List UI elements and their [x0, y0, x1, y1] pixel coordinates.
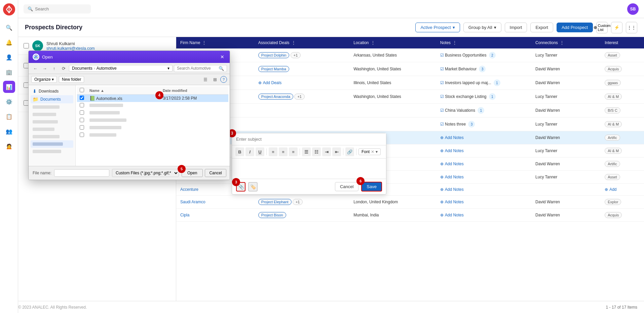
interest-tag[interactable]: Acquis	[605, 212, 622, 218]
firm-link[interactable]: Saudi Aramco	[180, 200, 205, 204]
file-type-select[interactable]: Custom Files (*.jpg;*.png;*.gif;*	[112, 169, 179, 177]
firm-link[interactable]: Cipla	[180, 213, 189, 217]
forward-button[interactable]: →	[41, 64, 49, 72]
global-search-input[interactable]	[35, 6, 85, 11]
file-checkbox[interactable]	[80, 118, 84, 122]
add-notes-btn[interactable]: ⊕ Add Notes	[440, 175, 527, 179]
interest-tag[interactable]: AI & M	[605, 148, 622, 154]
interest-tag[interactable]: Asset	[605, 52, 620, 58]
outdent-button[interactable]: ⇤	[332, 147, 341, 156]
dialog-search-box[interactable]: 🔍	[174, 65, 227, 72]
sidebar-item-downloads[interactable]: ⬇ Downloads	[31, 87, 73, 95]
align-center-button[interactable]: ≡	[279, 147, 288, 156]
col-date-header[interactable]: Date modified	[160, 86, 228, 95]
dialog-path-bar[interactable]: Documents › Automotive ▾	[69, 65, 173, 72]
sidebar-item-users[interactable]: 👥	[3, 125, 15, 137]
chevron-down-icon[interactable]: ▾	[376, 149, 378, 154]
deal-tag[interactable]: Project Elephant	[258, 199, 292, 205]
interest-tag[interactable]: AI & M	[605, 94, 622, 100]
file-checkbox[interactable]	[80, 110, 84, 115]
add-prospect-button[interactable]: Add Prospect	[557, 23, 593, 32]
active-prospect-button[interactable]: Active Prospect ▾	[415, 23, 460, 32]
export-button[interactable]: Export	[530, 23, 553, 32]
interest-tag[interactable]: Asset	[605, 174, 620, 180]
add-notes-btn[interactable]: ⊕ Add Notes	[440, 187, 527, 192]
interest-tag[interactable]: B/S C	[605, 107, 620, 113]
underline-button[interactable]: U	[256, 147, 264, 156]
link-button[interactable]: 🔗	[345, 147, 354, 156]
file-row-blurred-4[interactable]	[77, 124, 228, 132]
sidebar-item-notifications[interactable]: 🔔	[3, 36, 15, 48]
interest-tag[interactable]: Artific	[605, 161, 620, 167]
align-left-button[interactable]: ≡	[269, 147, 277, 156]
select-all-checkbox[interactable]	[80, 88, 84, 92]
filter-icon-button[interactable]: ⚡	[611, 22, 622, 33]
note-content-area[interactable]	[232, 159, 386, 179]
contact-email[interactable]: shruti.kulkarni@xtesla.com	[46, 46, 95, 51]
up-button[interactable]: ↑	[50, 64, 58, 72]
col-menu-icon[interactable]: ⋮	[292, 40, 296, 45]
dialog-close-button[interactable]: ✕	[219, 54, 226, 60]
add-notes-btn[interactable]: ⊕ Add Notes	[440, 148, 527, 153]
new-folder-button[interactable]: New folder	[59, 76, 84, 83]
columns-icon-button[interactable]: ⋮⋮	[626, 22, 637, 33]
sidebar-item-search[interactable]: 🔍	[3, 22, 15, 34]
italic-button[interactable]: I	[245, 147, 254, 156]
deal-tag[interactable]: Project Mamba	[258, 66, 289, 72]
file-checkbox[interactable]	[80, 125, 84, 130]
note-subject-input[interactable]	[232, 133, 386, 145]
align-right-button[interactable]: ≡	[289, 147, 298, 156]
add-interest-btn[interactable]: ⊕ Add	[605, 187, 640, 192]
interest-tag[interactable]: Acquis	[605, 66, 622, 72]
sidebar-item-list[interactable]: 📋	[3, 110, 15, 123]
deal-extra-tag[interactable]: +1	[291, 52, 301, 58]
file-checkbox[interactable]	[80, 96, 84, 100]
close-icon[interactable]: ✕	[371, 149, 374, 154]
sidebar-item-analytics[interactable]: 📊	[3, 81, 15, 93]
col-menu-icon[interactable]: ⋮	[560, 40, 564, 45]
sidebar-item-blurred-2[interactable]	[31, 111, 73, 118]
deal-tag[interactable]: Project Dolphin	[258, 52, 290, 58]
dialog-cancel-button[interactable]: Cancel	[205, 169, 226, 177]
sidebar-item-settings[interactable]: ⚙️	[3, 96, 15, 108]
col-name-header[interactable]: Name ▲	[87, 86, 160, 95]
deal-extra-tag[interactable]: +1	[293, 199, 303, 205]
interest-tag[interactable]: ggaas	[605, 80, 621, 86]
deal-extra-tag[interactable]: +1	[294, 94, 305, 100]
custom-list-button[interactable]: ⊕ Custom List	[596, 22, 608, 33]
file-row-blurred-5[interactable]	[77, 132, 228, 139]
bullet-list-button[interactable]: ☰	[302, 147, 311, 156]
file-row-xls[interactable]: 📗 Automotive.xls 4 3/17/2023 2:58 PM	[77, 95, 228, 102]
sidebar-item-documents[interactable]: 📁 Documents	[31, 95, 73, 103]
col-menu-icon[interactable]: ⋮	[453, 40, 457, 45]
user-avatar[interactable]: SB	[627, 3, 639, 15]
interest-tag[interactable]: Explor	[605, 199, 621, 205]
bold-button[interactable]: B	[235, 147, 244, 156]
file-row-blurred-3[interactable]	[77, 117, 228, 124]
global-search-box[interactable]: 🔍	[24, 4, 91, 13]
firm-link[interactable]: Accenture	[180, 187, 198, 192]
sidebar-item-blurred-3[interactable]	[31, 118, 73, 126]
deal-tag[interactable]: Project Bison	[258, 212, 286, 218]
sidebar-item-blurred-1[interactable]	[31, 103, 73, 111]
dialog-search-input[interactable]	[177, 66, 217, 71]
organize-button[interactable]: Organize ▾	[31, 76, 57, 83]
import-button[interactable]: Import	[505, 23, 527, 32]
back-button[interactable]: ←	[31, 64, 39, 72]
note-cancel-button[interactable]: Cancel	[335, 182, 358, 191]
col-menu-icon[interactable]: ⋮	[371, 40, 375, 45]
add-deals-btn[interactable]: ⊕ Add Deals	[258, 80, 345, 85]
add-notes-btn[interactable]: ⊕ Add Notes	[440, 135, 527, 140]
font-selector[interactable]: Font ✕ ▾	[358, 148, 381, 155]
col-menu-icon[interactable]: ⋮	[202, 40, 206, 45]
sidebar-item-person[interactable]: 🙍	[3, 140, 15, 152]
contact-checkbox[interactable]	[24, 43, 29, 48]
app-logo[interactable]	[3, 3, 15, 15]
note-save-button[interactable]: Save	[361, 182, 382, 192]
file-checkbox[interactable]	[80, 103, 84, 107]
interest-tag[interactable]: AI & M	[605, 121, 622, 127]
indent-button[interactable]: ⇥	[322, 147, 331, 156]
view-grid-icon[interactable]: ⊞	[211, 75, 219, 83]
sidebar-item-blurred-7[interactable]	[31, 148, 73, 155]
add-notes-btn[interactable]: ⊕ Add Notes	[440, 213, 527, 217]
